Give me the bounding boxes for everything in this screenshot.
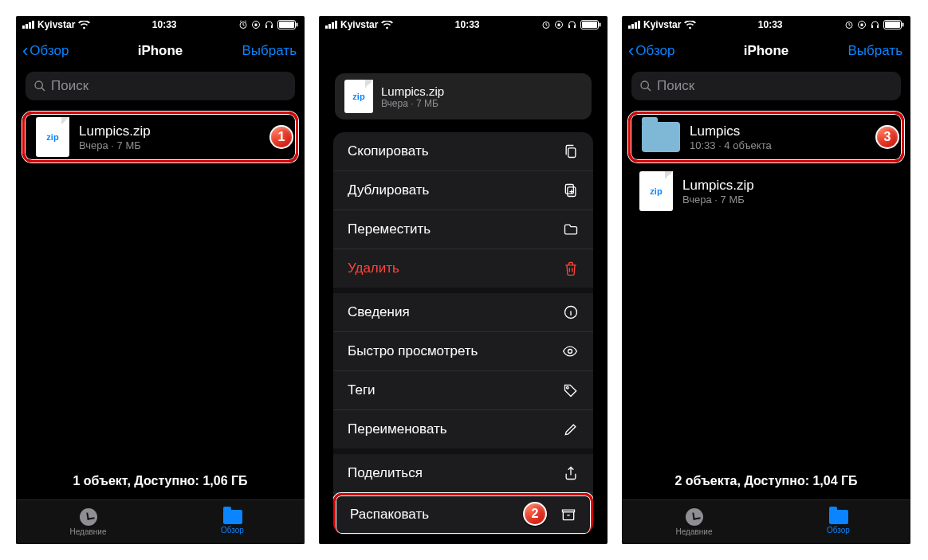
file-row-zip[interactable]: zip Lumpics.zip Вчера · 7 МБ bbox=[22, 112, 298, 163]
folder-sub: 10:33 · 4 объекта bbox=[690, 139, 772, 151]
menu-unzip[interactable]: Распаковать bbox=[333, 493, 593, 535]
folder-icon bbox=[829, 510, 848, 524]
wifi-icon bbox=[381, 21, 393, 29]
menu-duplicate-label: Дублировать bbox=[348, 182, 429, 198]
menu-info-label: Сведения bbox=[348, 304, 410, 320]
svg-rect-20 bbox=[565, 185, 573, 194]
carrier-label: Kyivstar bbox=[340, 19, 378, 30]
file-list: zip Lumpics.zip Вчера · 7 МБ 1 bbox=[16, 108, 305, 466]
status-bar: Kyivstar 10:33 bbox=[16, 16, 305, 33]
rotation-lock-icon bbox=[251, 20, 261, 29]
file-sub: Вчера · 7 МБ bbox=[682, 194, 754, 206]
folder-icon bbox=[642, 122, 680, 152]
tab-recent[interactable]: Недавние bbox=[622, 500, 766, 544]
svg-point-23 bbox=[567, 386, 569, 389]
svg-rect-14 bbox=[574, 25, 576, 29]
nav-title: iPhone bbox=[138, 43, 183, 59]
rotation-lock-icon bbox=[857, 20, 867, 29]
svg-rect-6 bbox=[279, 22, 294, 28]
file-row-zip[interactable]: zip Lumpics.zip Вчера · 7 МБ bbox=[628, 166, 904, 217]
menu-tags[interactable]: Теги bbox=[333, 371, 593, 410]
status-time: 10:33 bbox=[90, 19, 238, 30]
svg-point-8 bbox=[35, 81, 42, 88]
rotation-lock-icon bbox=[554, 20, 564, 29]
svg-line-9 bbox=[41, 88, 45, 91]
status-time: 10:33 bbox=[696, 19, 844, 30]
share-icon bbox=[563, 465, 579, 481]
folder-icon bbox=[223, 510, 242, 524]
zip-file-icon: zip bbox=[639, 171, 673, 211]
menu-duplicate[interactable]: Дублировать bbox=[333, 171, 593, 210]
tab-recent[interactable]: Недавние bbox=[16, 500, 160, 544]
file-name: Lumpics.zip bbox=[79, 123, 151, 139]
svg-rect-4 bbox=[271, 25, 273, 29]
menu-quicklook[interactable]: Быстро просмотреть bbox=[333, 332, 593, 371]
tab-recent-label: Недавние bbox=[676, 527, 713, 536]
battery-icon bbox=[883, 20, 904, 29]
search-input[interactable]: Поиск bbox=[631, 72, 901, 100]
phone-screen-3: Kyivstar 10:33 ‹ Обзор iPhone Выбрать По… bbox=[622, 16, 910, 544]
select-button[interactable]: Выбрать bbox=[848, 43, 902, 59]
search-placeholder: Поиск bbox=[657, 78, 694, 94]
phone-screen-1: Kyivstar 10:33 ‹ Обзор iPhone Выбрать По… bbox=[16, 16, 305, 544]
headphones-icon bbox=[567, 20, 577, 29]
select-button[interactable]: Выбрать bbox=[242, 43, 297, 59]
back-label: Обзор bbox=[635, 43, 674, 59]
svg-point-33 bbox=[641, 81, 648, 88]
folder-icon bbox=[563, 221, 579, 237]
wifi-icon bbox=[78, 21, 90, 29]
folder-name: Lumpics bbox=[690, 123, 772, 139]
tab-recent-label: Недавние bbox=[70, 527, 107, 536]
svg-rect-18 bbox=[568, 148, 576, 158]
search-icon bbox=[639, 80, 652, 92]
svg-rect-13 bbox=[568, 25, 570, 29]
carrier-label: Kyivstar bbox=[643, 19, 681, 30]
signal-icon bbox=[628, 21, 640, 29]
tab-browse-label: Обзор bbox=[221, 526, 244, 535]
storage-summary: 1 объект, Доступно: 1,06 ГБ bbox=[16, 466, 305, 499]
callout-badge-2: 2 bbox=[523, 502, 547, 526]
svg-rect-12 bbox=[558, 24, 560, 27]
tab-bar: Недавние Обзор bbox=[16, 499, 305, 544]
headphones-icon bbox=[264, 20, 274, 29]
phone-screen-2: Kyivstar 10:33 zip Lumpics.zip Вчера · 7… bbox=[319, 16, 608, 544]
status-bar: Kyivstar 10:33 bbox=[622, 16, 910, 33]
carrier-label: Kyivstar bbox=[37, 19, 75, 30]
svg-point-22 bbox=[568, 350, 572, 354]
status-time: 10:33 bbox=[393, 19, 541, 30]
context-file-preview: zip Lumpics.zip Вчера · 7 МБ bbox=[335, 73, 592, 119]
file-row-folder[interactable]: Lumpics 10:33 · 4 объекта bbox=[628, 112, 904, 163]
menu-move[interactable]: Переместить bbox=[333, 210, 593, 249]
tab-browse-label: Обзор bbox=[827, 526, 850, 535]
tab-browse[interactable]: Обзор bbox=[766, 500, 910, 544]
menu-delete-label: Удалить bbox=[348, 260, 399, 276]
svg-rect-32 bbox=[902, 23, 904, 27]
menu-info[interactable]: Сведения bbox=[333, 293, 593, 332]
menu-rename[interactable]: Переименовать bbox=[333, 410, 593, 454]
tab-browse[interactable]: Обзор bbox=[160, 500, 305, 544]
signal-icon bbox=[22, 21, 34, 29]
svg-line-34 bbox=[647, 88, 651, 91]
menu-move-label: Переместить bbox=[348, 221, 431, 237]
svg-rect-24 bbox=[563, 512, 573, 520]
menu-delete[interactable]: Удалить bbox=[333, 249, 593, 293]
svg-rect-27 bbox=[861, 24, 863, 27]
file-name: Lumpics.zip bbox=[381, 84, 444, 98]
callout-badge-3: 3 bbox=[875, 125, 899, 149]
eye-icon bbox=[561, 343, 579, 359]
search-input[interactable]: Поиск bbox=[26, 72, 295, 100]
back-button[interactable]: ‹ Обзор bbox=[628, 43, 674, 59]
battery-icon bbox=[277, 20, 298, 29]
menu-share[interactable]: Поделиться bbox=[333, 454, 593, 493]
menu-copy[interactable]: Скопировать bbox=[333, 132, 593, 171]
headphones-icon bbox=[870, 20, 880, 29]
nav-title: iPhone bbox=[744, 43, 789, 59]
trash-icon bbox=[563, 260, 579, 276]
clock-icon bbox=[80, 508, 97, 526]
zip-file-icon: zip bbox=[36, 117, 69, 157]
back-button[interactable]: ‹ Обзор bbox=[22, 43, 69, 59]
tab-bar: Недавние Обзор bbox=[622, 499, 910, 544]
file-name: Lumpics.zip bbox=[682, 178, 754, 194]
alarm-icon bbox=[541, 20, 551, 29]
alarm-icon bbox=[844, 20, 854, 29]
